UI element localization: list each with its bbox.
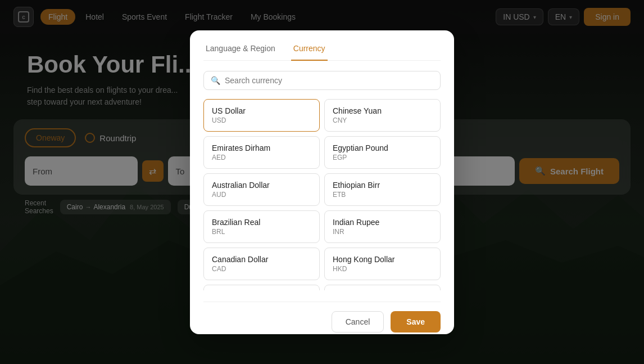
cancel-button[interactable]: Cancel [332,311,384,332]
tab-language-region[interactable]: Language & Region [203,44,278,61]
currency-name-3: Egyptian Pound [333,143,432,152]
currency-item-5[interactable]: Ethiopian BirrETB [324,173,441,206]
currency-code-6: BRL [212,228,311,236]
currency-code-1: CNY [333,116,432,124]
currency-name-9: Hong Kong Dollar [333,255,432,264]
currency-code-4: AUD [212,191,311,199]
modal-overlay[interactable]: Language & Region Currency 🔍 US DollarUS… [0,0,644,364]
currency-item-11[interactable]: Iraqi DinarIQD [324,285,441,290]
currency-item-10[interactable]: Swiss FrancCHF [203,285,320,290]
modal-footer: Cancel Save [203,302,441,332]
currency-code-9: HKD [333,265,432,273]
currency-search-box[interactable]: 🔍 [203,71,441,90]
currency-code-8: CAD [212,265,311,273]
currency-code-3: EGP [333,154,432,161]
currency-code-0: USD [212,116,311,124]
currency-name-0: US Dollar [212,106,311,115]
currency-item-9[interactable]: Hong Kong DollarHKD [324,248,441,280]
currency-name-4: Australian Dollar [212,181,311,190]
currency-item-8[interactable]: Canadian DollarCAD [203,248,320,280]
currency-item-2[interactable]: Emirates DirhamAED [203,136,320,169]
currency-item-6[interactable]: Brazilian RealBRL [203,210,320,243]
currency-item-4[interactable]: Australian DollarAUD [203,173,320,206]
currency-item-1[interactable]: Chinese YuanCNY [324,99,441,132]
currency-search-input[interactable] [225,76,433,85]
currency-grid: US DollarUSDChinese YuanCNYEmirates Dirh… [203,99,441,290]
currency-code-2: AED [212,154,311,161]
currency-item-3[interactable]: Egyptian PoundEGP [324,136,441,169]
currency-name-6: Brazilian Real [212,218,311,227]
currency-modal: Language & Region Currency 🔍 US DollarUS… [190,30,454,334]
tab-currency[interactable]: Currency [291,44,328,61]
currency-item-0[interactable]: US DollarUSD [203,99,320,132]
currency-name-7: Indian Rupee [333,218,432,227]
currency-code-7: INR [333,228,432,236]
currency-name-2: Emirates Dirham [212,143,311,152]
currency-item-7[interactable]: Indian RupeeINR [324,210,441,243]
modal-tabs: Language & Region Currency [203,44,441,61]
currency-code-5: ETB [333,191,432,199]
currency-name-1: Chinese Yuan [333,106,432,115]
save-button[interactable]: Save [391,311,441,332]
currency-name-8: Canadian Dollar [212,255,311,264]
search-icon-modal: 🔍 [211,76,220,85]
currency-name-5: Ethiopian Birr [333,181,432,190]
